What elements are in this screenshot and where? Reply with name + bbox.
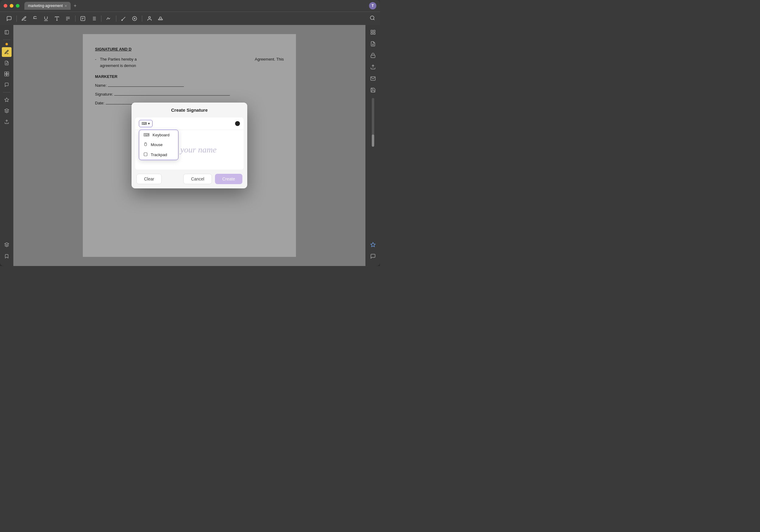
ocr-right-icon[interactable] [368,27,378,37]
clear-button[interactable]: Clear [136,174,162,184]
dialog-toolbar: ⌨ ▾ ⌨ Keyboard [135,117,244,130]
traffic-lights [4,4,20,8]
separator-5 [142,16,142,22]
main-area: SIGNATURE AND D - The Parties hereby a a… [0,25,380,266]
keyboard-symbol: ⌨ [142,121,147,126]
signature-toolbar-icon[interactable] [105,14,113,23]
create-signature-dialog: Create Signature ⌨ ▾ ⌨ [131,103,247,188]
app-window: marketing-agreement ✕ + T [0,0,380,266]
tab-label: marketing-agreement [28,4,63,8]
trackpad-icon [143,152,148,157]
star-bottom-icon[interactable] [368,240,378,249]
status-dot [6,43,8,45]
main-toolbar [0,12,380,25]
panel-toggle-icon[interactable] [2,27,12,37]
input-method-dropdown: ⌨ Keyboard Mouse [139,130,178,160]
scrollbar-track[interactable] [372,98,374,147]
tab-marketing-agreement[interactable]: marketing-agreement ✕ [24,2,71,10]
svg-marker-27 [5,109,9,111]
input-method-button[interactable]: ⌨ ▾ [139,120,153,127]
mouse-label: Mouse [151,143,163,147]
form-sidebar-icon[interactable] [2,58,12,68]
underline-icon[interactable] [42,14,50,23]
create-button[interactable]: Create [215,174,242,184]
pages-sidebar-icon[interactable] [2,69,12,79]
svg-rect-22 [5,72,6,74]
svg-rect-4 [81,17,85,21]
close-button[interactable] [4,4,7,8]
ai-sidebar-icon[interactable] [2,95,12,105]
align-icon[interactable] [89,14,98,23]
avatar[interactable]: T [369,2,376,10]
text-box-icon[interactable] [78,14,87,23]
cancel-button[interactable]: Cancel [183,174,212,184]
dropdown-arrow: ▾ [148,121,150,126]
comments-sidebar-icon[interactable] [2,80,12,90]
separator-4 [116,16,116,22]
file-text-right-icon[interactable] [368,39,378,49]
mouse-icon [143,142,148,147]
trackpad-option[interactable]: Trackpad [139,150,178,160]
color-picker-dot[interactable] [235,121,240,126]
fullscreen-button[interactable] [16,4,20,8]
svg-rect-34 [373,30,375,32]
separator-3 [101,16,101,22]
person-icon[interactable] [145,14,154,23]
svg-rect-24 [5,74,6,76]
shape-icon[interactable] [130,14,139,23]
svg-point-16 [370,16,374,20]
layers-sidebar-icon[interactable] [2,106,12,116]
trackpad-label: Trackpad [151,153,167,157]
scrollbar-thumb[interactable] [372,135,374,147]
tab-close-icon[interactable]: ✕ [65,4,67,8]
svg-rect-36 [373,33,375,34]
layers-bottom-icon[interactable] [2,240,12,249]
new-tab-button[interactable]: + [72,2,78,9]
export-sidebar-icon[interactable] [2,117,12,127]
svg-rect-39 [371,55,375,58]
tab-bar: marketing-agreement ✕ + [24,2,78,10]
svg-rect-25 [7,74,9,76]
sidebar-sep-1 [3,40,10,40]
mail-right-icon[interactable] [368,74,378,83]
sidebar-sep-2 [3,92,10,93]
dialog-body: ⌨ ▾ ⌨ Keyboard [135,117,244,169]
comment-icon[interactable] [5,14,13,23]
svg-marker-26 [5,98,9,102]
separator-1 [17,16,17,22]
left-sidebar [0,25,13,266]
keyboard-icon: ⌨ [143,132,150,137]
svg-marker-41 [370,243,375,247]
text-format-icon[interactable] [64,14,72,23]
minimize-button[interactable] [10,4,13,8]
text-color-icon[interactable] [53,14,61,23]
titlebar: marketing-agreement ✕ + T [0,0,380,12]
search-toolbar-icon[interactable] [370,15,375,22]
highlight-icon[interactable] [20,14,28,23]
keyboard-label: Keyboard [153,133,169,137]
svg-rect-32 [144,153,147,156]
mouse-option[interactable]: Mouse [139,140,178,150]
separator-2 [75,16,75,22]
svg-rect-18 [5,30,9,34]
svg-rect-23 [7,72,9,74]
share-right-icon[interactable] [368,62,378,72]
modal-overlay: Create Signature ⌨ ▾ ⌨ [13,25,365,266]
dialog-footer: Clear Cancel Create [131,169,247,188]
save-right-icon[interactable] [368,85,378,95]
stamp-icon[interactable] [156,14,165,23]
edit-sidebar-icon[interactable] [2,47,12,57]
svg-line-17 [373,19,374,20]
svg-rect-15 [158,19,163,20]
svg-rect-35 [371,33,372,34]
draw-icon[interactable] [119,14,128,23]
svg-rect-33 [371,30,372,32]
bookmark-icon[interactable] [2,251,12,261]
message-bottom-icon[interactable] [368,251,378,261]
dialog-title: Create Signature [131,103,247,117]
document-area: SIGNATURE AND D - The Parties hereby a a… [13,25,365,266]
keyboard-option[interactable]: ⌨ Keyboard [139,130,178,140]
lock-right-icon[interactable] [368,51,378,60]
svg-marker-29 [5,243,9,245]
strikethrough-icon[interactable] [31,14,39,23]
